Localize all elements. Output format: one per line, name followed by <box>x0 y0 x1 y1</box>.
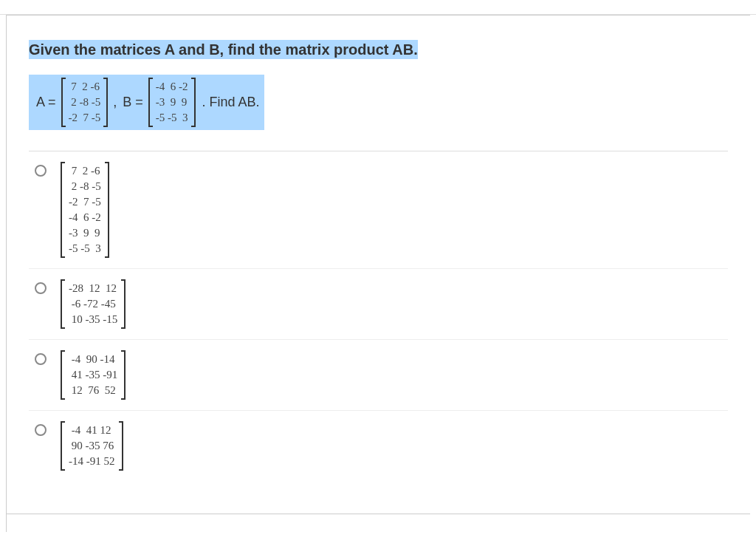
radio-1[interactable] <box>35 165 47 177</box>
matrix-b: -4 6 -2 -3 9 9 -5 -5 3 <box>148 78 196 127</box>
matrix-a-cells: 7 2 -6 2 -8 -5 -2 7 -5 <box>66 78 104 127</box>
option-2-cells: -28 12 12 -6 -72 -45 10 -35 -15 <box>65 279 121 329</box>
matrix-a: 7 2 -6 2 -8 -5 -2 7 -5 <box>61 78 109 127</box>
label-a: A = <box>36 95 56 110</box>
question-title: Given the matrices A and B, find the mat… <box>29 40 418 59</box>
radio-4[interactable] <box>35 424 47 436</box>
option-2[interactable]: -28 12 12 -6 -72 -45 10 -35 -15 <box>29 279 728 329</box>
option-4-cells: -4 41 12 90 -35 76 -14 -91 52 <box>65 421 119 471</box>
matrix-b-cells: -4 6 -2 -3 9 9 -5 -5 3 <box>153 78 191 127</box>
option-divider <box>29 268 728 269</box>
option-4[interactable]: -4 41 12 90 -35 76 -14 -91 52 <box>29 421 728 471</box>
option-2-matrix: -28 12 12 -6 -72 -45 10 -35 -15 <box>61 279 126 329</box>
label-b: B = <box>123 95 143 110</box>
matrix-definition: A = 7 2 -6 2 -8 -5 -2 7 -5 , B = -4 6 -2… <box>29 75 264 130</box>
comma: , <box>113 95 117 110</box>
option-1[interactable]: 7 2 -6 2 -8 -5 -2 7 -5 -4 6 -2 -3 9 9 -5… <box>29 162 728 258</box>
option-4-matrix: -4 41 12 90 -35 76 -14 -91 52 <box>61 421 123 471</box>
option-divider <box>29 410 728 411</box>
option-1-cells: 7 2 -6 2 -8 -5 -2 7 -5 -4 6 -2 -3 9 9 -5… <box>65 162 105 258</box>
question-container: Given the matrices A and B, find the mat… <box>6 15 750 532</box>
divider <box>29 151 728 151</box>
find-text: . Find AB. <box>202 95 260 110</box>
option-divider <box>29 339 728 340</box>
footer-divider <box>7 514 750 514</box>
option-3[interactable]: -4 90 -14 41 -35 -91 12 76 52 <box>29 350 728 400</box>
radio-3[interactable] <box>35 353 47 365</box>
option-1-matrix: 7 2 -6 2 -8 -5 -2 7 -5 -4 6 -2 -3 9 9 -5… <box>61 162 109 258</box>
option-3-matrix: -4 90 -14 41 -35 -91 12 76 52 <box>61 350 126 400</box>
option-3-cells: -4 90 -14 41 -35 -91 12 76 52 <box>65 350 121 400</box>
radio-2[interactable] <box>35 282 47 294</box>
